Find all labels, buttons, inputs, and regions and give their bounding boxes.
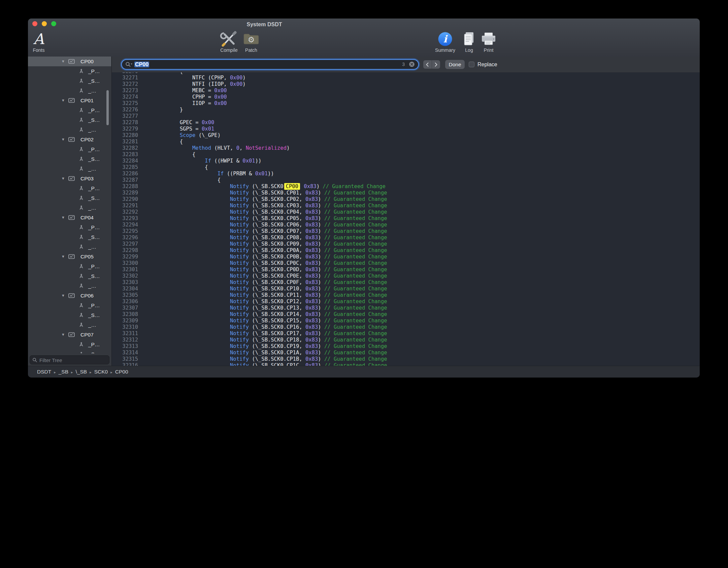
zoom-button[interactable] [51, 21, 56, 26]
filter-tree-input[interactable] [39, 356, 108, 365]
line-number: 32303 [112, 279, 138, 286]
tree-item-cp07[interactable]: ▼CP07 [28, 330, 111, 340]
tree-item-child[interactable]: _… [28, 242, 111, 252]
toolbar-item-compile[interactable]: Compile [220, 31, 238, 53]
tree-item-cp05[interactable]: ▼CP05 [28, 252, 111, 261]
breadcrumb-separator-icon: ▸ [90, 370, 92, 374]
filter-tree-field[interactable] [30, 355, 109, 364]
tree-item-cp04[interactable]: ▼CP04 [28, 213, 111, 222]
toolbar-item-summary[interactable]: i Summary [435, 31, 455, 53]
tree-item-child[interactable]: _… [28, 203, 111, 213]
disclosure-triangle-icon[interactable]: ▼ [61, 252, 65, 261]
line-number: 32302 [112, 273, 138, 279]
tree-item-child[interactable]: _S… [28, 271, 111, 281]
find-previous-button[interactable] [423, 60, 432, 69]
tree-item-child[interactable]: _… [28, 320, 111, 330]
line-number: 32301 [112, 267, 138, 273]
tree-item-child[interactable]: _P… [28, 300, 111, 310]
tree-item-label: CP03 [80, 174, 94, 183]
replace-checkbox[interactable] [469, 62, 474, 67]
toolbar-item-fonts[interactable]: A Fonts [33, 31, 44, 53]
breadcrumb-separator-icon: ▸ [54, 370, 56, 374]
disclosure-triangle-icon[interactable]: ▼ [61, 96, 65, 105]
line-number: 32294 [112, 222, 138, 228]
tree-item-label: _S… [88, 154, 100, 164]
tree-item-child[interactable]: _… [28, 125, 111, 135]
toolbar-item-patch[interactable]: ⚙ Patch [243, 31, 260, 53]
tree-item-label: CP01 [80, 96, 94, 105]
disclosure-triangle-icon[interactable]: ▼ [61, 330, 65, 340]
code-line: 32289 Notify (\_SB.SCK0.CP01, 0x83) // G… [112, 190, 700, 196]
code-editor[interactable]: 32270 {32271 NTFC (CPHP, 0x00)32272 NTFI… [112, 72, 700, 366]
tree-item-child[interactable]: _… [28, 281, 111, 291]
tree-item-child[interactable]: _P… [28, 144, 111, 154]
tree-item-cp02[interactable]: ▼CP02 [28, 135, 111, 144]
toolbar-item-log[interactable]: Log [461, 31, 477, 53]
tree-item-child[interactable]: _… [28, 86, 111, 96]
line-number: 32309 [112, 318, 138, 324]
tree-item-child[interactable]: _P… [28, 105, 111, 115]
tree-item-child[interactable]: _S… [28, 154, 111, 164]
toolbar-item-print[interactable]: Print [480, 31, 497, 53]
tree-item-child[interactable]: _P… [28, 261, 111, 271]
tree-item-label: _P… [88, 183, 100, 193]
code-line: 32271 NTFC (CPHP, 0x00) [112, 75, 700, 81]
line-number: 32274 [112, 94, 138, 100]
find-next-button[interactable] [432, 60, 440, 69]
disclosure-triangle-icon[interactable]: ▼ [61, 57, 65, 66]
tree-item-child[interactable]: _S… [28, 232, 111, 242]
tree-item-child[interactable]: _… [28, 164, 111, 174]
code-line: 32293 Notify (\_SB.SCK0.CP05, 0x83) // G… [112, 215, 700, 222]
done-button[interactable]: Done [445, 60, 465, 69]
minimize-button[interactable] [42, 21, 47, 26]
method-icon [79, 79, 84, 85]
tree-item-child[interactable]: _P… [28, 183, 111, 193]
tree-item-child[interactable]: _S… [28, 115, 111, 125]
breadcrumb-item[interactable]: \_SB [76, 369, 87, 375]
code-line: 32300 Notify (\_SB.SCK0.CP0C, 0x83) // G… [112, 260, 700, 267]
tree-item-child[interactable]: _S… [28, 193, 111, 203]
fonts-icon: A [33, 31, 44, 47]
sidebar-scrollbar[interactable] [106, 90, 109, 125]
disclosure-triangle-icon[interactable]: ▼ [61, 213, 65, 222]
tree-item-child[interactable]: _S… [28, 349, 111, 353]
disclosure-triangle-icon[interactable]: ▼ [61, 291, 65, 300]
line-number: 32271 [112, 75, 138, 81]
breadcrumb-item[interactable]: _SB [59, 369, 68, 375]
close-button[interactable] [32, 21, 37, 26]
clear-search-icon[interactable] [409, 61, 415, 67]
search-match-highlight: CP00 [284, 183, 300, 190]
tree-item-label: _P… [88, 144, 100, 154]
disclosure-triangle-icon[interactable]: ▼ [61, 174, 65, 183]
method-icon [79, 264, 84, 270]
breadcrumb: DSDT▸_SB▸\_SB▸SCK0▸CP00 [37, 366, 128, 378]
tree-item-child[interactable]: _S… [28, 76, 111, 86]
tree-item-cp06[interactable]: ▼CP06 [28, 291, 111, 300]
line-number: 32298 [112, 247, 138, 254]
code-line: 32275 IIOP = 0x00 [112, 100, 700, 107]
line-number: 32287 [112, 177, 138, 183]
line-number: 32281 [112, 139, 138, 145]
line-number: 32314 [112, 350, 138, 356]
tree-item-child[interactable]: _P… [28, 340, 111, 349]
tree-item-child[interactable]: _S… [28, 310, 111, 320]
code-line: 32272 NTFI (IIOP, 0x00) [112, 81, 700, 87]
desktop: System DSDT A Fonts [0, 0, 728, 568]
patch-folder-gear-icon: ⚙ [243, 31, 260, 47]
breadcrumb-item[interactable]: DSDT [37, 369, 51, 375]
tree-item-cp03[interactable]: ▼CP03 [28, 174, 111, 183]
disclosure-triangle-icon[interactable]: ▼ [61, 135, 65, 144]
tree-item-child[interactable]: _P… [28, 222, 111, 232]
tree-item-child[interactable]: _P… [28, 66, 111, 76]
line-number: 32315 [112, 356, 138, 362]
tree-item-label: _… [88, 86, 96, 96]
line-number: 32311 [112, 330, 138, 337]
tree-item-label: _… [88, 320, 96, 330]
tree-item-cp00[interactable]: ▼CP00 [28, 57, 111, 66]
search-menu-icon[interactable] [125, 61, 133, 69]
breadcrumb-item[interactable]: CP00 [115, 369, 128, 375]
breadcrumb-item[interactable]: SCK0 [94, 369, 108, 375]
search-input[interactable]: CP00 3 [121, 59, 419, 70]
tree-item-cp01[interactable]: ▼CP01 [28, 96, 111, 105]
app-window: System DSDT A Fonts [28, 19, 700, 378]
